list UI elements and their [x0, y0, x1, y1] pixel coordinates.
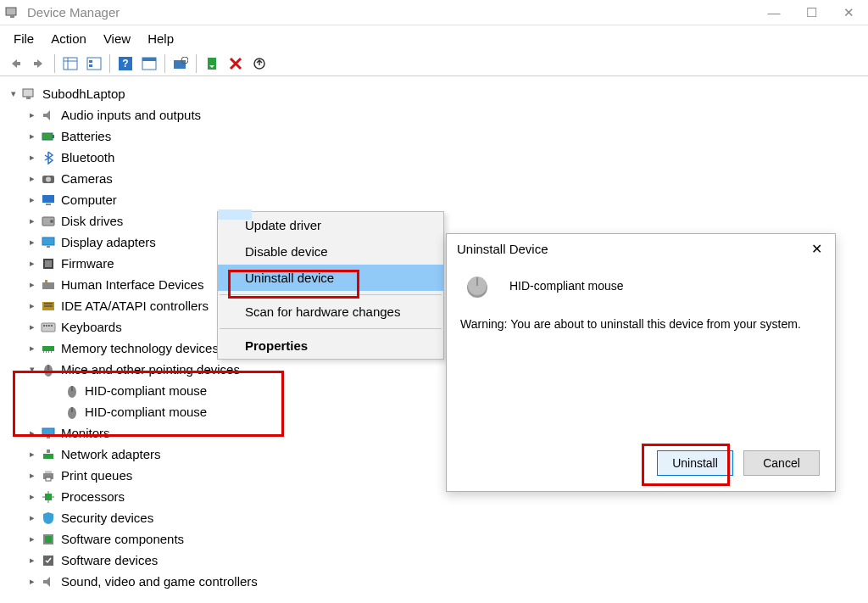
- chevron-right-icon[interactable]: ▸: [25, 128, 39, 144]
- svg-rect-56: [47, 449, 50, 453]
- svg-rect-25: [46, 204, 51, 205]
- menu-scan-hardware[interactable]: Scan for hardware changes: [218, 299, 443, 325]
- menu-file[interactable]: File: [5, 28, 42, 49]
- keyboard-icon: [39, 320, 58, 335]
- toolbar-scan-icon[interactable]: [170, 53, 192, 74]
- toolbar-sep: [109, 54, 110, 73]
- chevron-right-icon[interactable]: ▸: [25, 531, 39, 547]
- software-device-icon: [39, 553, 58, 568]
- chevron-right-icon[interactable]: ▸: [25, 319, 39, 335]
- titlebar: Device Manager — ☐ ✕: [0, 0, 868, 25]
- chevron-right-icon[interactable]: ▸: [25, 192, 39, 208]
- tree-category[interactable]: ▸Batteries: [3, 126, 865, 147]
- dialog-close-button[interactable]: ✕: [808, 240, 825, 257]
- toolbar-props-icon[interactable]: [138, 53, 160, 74]
- tree-category[interactable]: ▸Security devices: [3, 507, 865, 528]
- svg-rect-43: [43, 351, 44, 353]
- category-label: Keyboards: [61, 316, 122, 338]
- svg-rect-53: [42, 428, 54, 436]
- chevron-right-icon[interactable]: ▸: [25, 573, 39, 589]
- chevron-right-icon[interactable]: ▸: [25, 276, 39, 293]
- svg-point-27: [50, 220, 53, 223]
- chevron-down-icon[interactable]: ▾: [25, 361, 39, 377]
- svg-rect-59: [46, 477, 51, 481]
- tree-category[interactable]: ▸Sound, video and game controllers: [3, 571, 865, 592]
- chevron-right-icon[interactable]: ▸: [25, 446, 39, 462]
- toolbar-forward[interactable]: [28, 53, 50, 74]
- chevron-right-icon[interactable]: ▸: [25, 149, 39, 165]
- firmware-icon: [39, 256, 58, 271]
- category-label: Batteries: [61, 126, 111, 148]
- chevron-right-icon[interactable]: ▸: [25, 425, 39, 441]
- svg-rect-33: [45, 280, 47, 282]
- menu-help[interactable]: Help: [139, 28, 182, 49]
- device-label: HID-compliant mouse: [85, 380, 207, 402]
- category-label: Cameras: [61, 168, 113, 190]
- context-menu: Update driver Disable device Uninstall d…: [217, 211, 444, 360]
- chevron-right-icon[interactable]: ▸: [25, 255, 39, 271]
- svg-rect-44: [46, 351, 47, 353]
- category-label: Audio inputs and outputs: [61, 104, 201, 126]
- memory-icon: [39, 341, 58, 356]
- chevron-right-icon[interactable]: ▸: [25, 213, 39, 229]
- toolbar-help-icon[interactable]: ?: [114, 53, 136, 74]
- svg-rect-9: [89, 64, 92, 67]
- tree-category[interactable]: ▸Bluetooth: [3, 147, 865, 168]
- close-button[interactable]: ✕: [843, 7, 854, 19]
- toolbar-back[interactable]: [4, 53, 26, 74]
- svg-rect-20: [42, 133, 53, 140]
- chevron-right-icon[interactable]: ▸: [25, 510, 39, 526]
- network-icon: [39, 447, 58, 462]
- menu-action[interactable]: Action: [42, 28, 95, 49]
- chevron-right-icon[interactable]: ▸: [25, 340, 39, 356]
- cancel-button[interactable]: Cancel: [743, 450, 820, 476]
- toolbar-update-icon[interactable]: [201, 53, 223, 74]
- svg-rect-4: [64, 58, 77, 70]
- chevron-right-icon[interactable]: ▸: [25, 170, 39, 187]
- tree-category[interactable]: ▸Audio inputs and outputs: [3, 104, 865, 126]
- mouse-icon: [63, 405, 81, 420]
- chevron-right-icon[interactable]: ▸: [25, 489, 39, 505]
- tree-category[interactable]: ▸Cameras: [3, 168, 865, 189]
- chevron-right-icon[interactable]: ▸: [25, 234, 39, 250]
- menu-disable-device[interactable]: Disable device: [218, 238, 443, 265]
- maximize-button[interactable]: ☐: [805, 7, 817, 19]
- hid-icon: [39, 277, 58, 293]
- svg-rect-54: [47, 437, 50, 438]
- minimize-button[interactable]: —: [768, 7, 780, 19]
- printer-icon: [39, 468, 58, 483]
- chevron-right-icon[interactable]: ▸: [25, 298, 39, 314]
- svg-rect-58: [45, 471, 52, 473]
- svg-rect-39: [46, 325, 47, 327]
- tree-root[interactable]: ▾ SubodhLaptop: [3, 83, 865, 104]
- svg-point-23: [46, 176, 51, 181]
- chevron-right-icon[interactable]: ▸: [25, 552, 39, 568]
- tree-category[interactable]: ▸Software components: [3, 528, 865, 550]
- chevron-right-icon[interactable]: ▸: [25, 107, 39, 123]
- svg-rect-31: [45, 260, 52, 267]
- tree-category[interactable]: ▸Computer: [3, 189, 865, 210]
- menu-properties[interactable]: Properties: [218, 332, 443, 359]
- uninstall-dialog: Uninstall Device ✕ HID-compliant mouse W…: [446, 233, 836, 492]
- svg-rect-45: [48, 351, 49, 353]
- category-label: Disk drives: [61, 210, 123, 232]
- menu-uninstall-device[interactable]: Uninstall device: [218, 265, 443, 291]
- category-label: Security devices: [61, 507, 153, 529]
- chevron-right-icon[interactable]: ▸: [25, 467, 39, 483]
- svg-rect-66: [45, 536, 52, 543]
- battery-icon: [39, 129, 58, 144]
- toolbar-detail[interactable]: [59, 53, 81, 74]
- menubar: File Action View Help: [0, 25, 868, 51]
- toolbar-disable-icon[interactable]: [248, 53, 270, 74]
- toolbar-uninstall-icon[interactable]: [225, 53, 247, 74]
- menu-separator: [220, 294, 442, 295]
- uninstall-button[interactable]: Uninstall: [657, 450, 733, 476]
- toolbar-sep: [196, 54, 197, 73]
- chevron-down-icon[interactable]: ▾: [7, 86, 20, 102]
- category-label: Sound, video and game controllers: [61, 571, 258, 593]
- tree-category[interactable]: ▸Software devices: [3, 550, 865, 571]
- toolbar-list[interactable]: [83, 53, 105, 74]
- menu-view[interactable]: View: [95, 28, 139, 49]
- display-icon: [39, 235, 58, 250]
- svg-rect-46: [51, 351, 52, 353]
